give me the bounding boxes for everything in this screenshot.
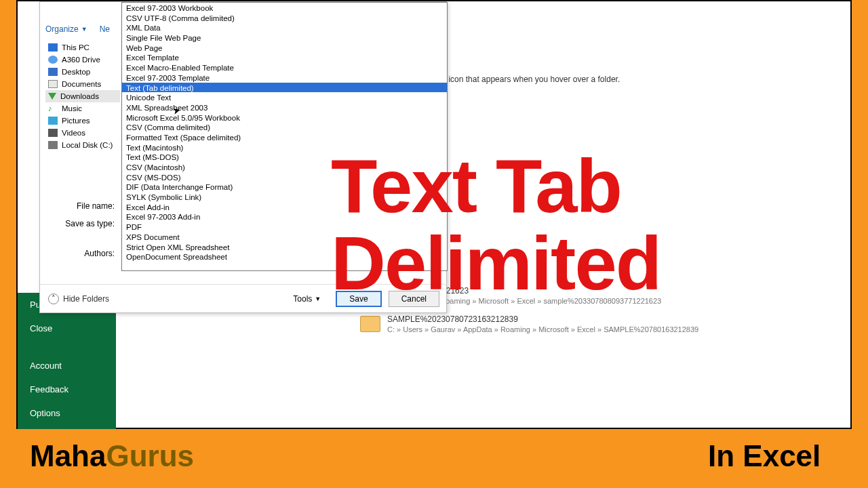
nav-music[interactable]: ♪Music [45,102,120,115]
desktop-icon [48,68,58,76]
nav-a360-drive[interactable]: A360 Drive [45,54,120,66]
filetype-option[interactable]: Formatted Text (Space delimited) [122,132,447,142]
nav-downloads[interactable]: Downloads [45,90,120,102]
backstage-account[interactable]: Account [18,354,116,378]
new-folder-button[interactable]: Ne [100,24,110,34]
nav-this-pc[interactable]: This PC [45,41,120,54]
filetype-option[interactable]: Unicode Text [122,92,447,102]
nav-documents[interactable]: Documents [45,78,120,90]
chevron-down-icon: ▼ [315,296,321,302]
nav-pictures[interactable]: Pictures [45,115,120,127]
saveastype-label: Save as type: [47,219,115,237]
nav-tree: This PCA360 DriveDesktopDocumentsDownloa… [45,41,120,151]
chevron-up-icon: ˄ [48,293,59,304]
hide-folders-button[interactable]: ˄ Hide Folders [48,293,286,304]
field-labels: File name: Save as type: Authors: [47,201,115,266]
overlay-title: Text Tab Delimited [331,148,660,302]
disk-icon [48,141,58,149]
filetype-option[interactable]: CSV (Comma delimited) [122,122,447,132]
filetype-option[interactable]: Single File Web Page [122,33,447,43]
music-icon: ♪ [48,104,58,113]
filetype-option[interactable]: XML Data [122,22,447,33]
recent-folder-item[interactable]: SAMPLE%20230780723163212839C: » Users » … [360,314,698,333]
pic-icon [48,117,58,125]
filetype-option[interactable]: Web Page [122,43,447,53]
filetype-option[interactable]: Microsoft Excel 5.0/95 Workbook [122,113,447,123]
content-frame: Publish Close Account Feedback Options i… [16,0,852,429]
tools-button[interactable]: Tools▼ [293,294,321,304]
dl-icon [48,93,56,100]
organize-button[interactable]: Organize▼ [45,24,87,34]
backstage-options[interactable]: Options [18,401,116,425]
nav-desktop[interactable]: Desktop [45,66,120,78]
brand-logo: MahaGurus [30,439,194,473]
chevron-down-icon: ▼ [81,26,87,33]
drive-icon [48,56,58,64]
authors-label: Authors: [47,249,115,266]
in-excel-label: In Excel [708,439,821,473]
excel-backstage-sidebar: Publish Close Account Feedback Options [18,293,116,429]
filetype-option[interactable]: Text (Tab delimited) [122,83,447,93]
backstage-feedback[interactable]: Feedback [18,378,116,401]
vid-icon [48,129,58,137]
doc-icon [48,80,58,88]
folder-icon [360,316,380,332]
dialog-toolbar: Organize▼ Ne [45,21,110,37]
nav-videos[interactable]: Videos [45,127,120,139]
filetype-option[interactable]: XML Spreadsheet 2003 [122,102,447,113]
nav-local-disk-c-[interactable]: Local Disk (C:) [45,139,120,151]
pc-icon [48,43,58,52]
spacer [18,340,116,354]
filetype-option[interactable]: Excel 97-2003 Workbook [122,3,447,13]
backstage-close[interactable]: Close [18,317,116,340]
filetype-option[interactable]: CSV UTF-8 (Comma delimited) [122,13,447,23]
filetype-option[interactable]: Excel 97-2003 Template [122,73,447,83]
filename-label: File name: [47,201,115,219]
filetype-option[interactable]: Excel Macro-Enabled Template [122,62,447,73]
filetype-option[interactable]: Excel Template [122,52,447,62]
